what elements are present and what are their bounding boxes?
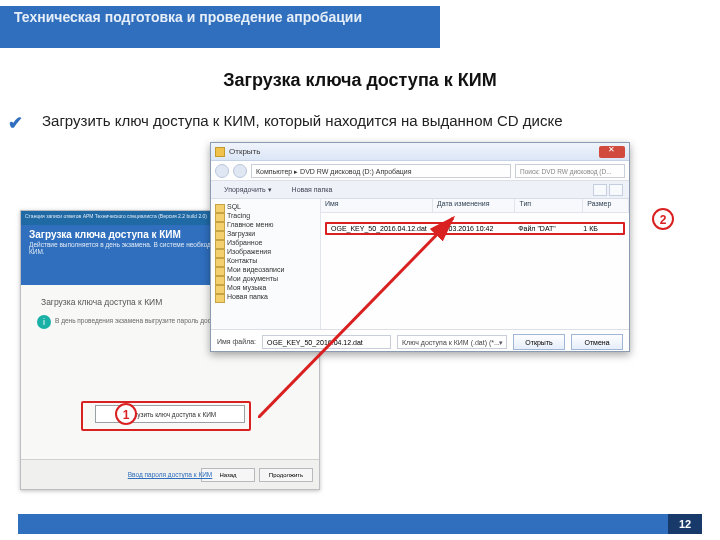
tree-item[interactable]: Главное меню	[211, 220, 320, 229]
col-date[interactable]: Дата изменения	[433, 199, 516, 212]
dialog-titlebar: Открыть	[211, 143, 629, 161]
filename-label: Имя файла:	[217, 338, 256, 345]
close-icon[interactable]	[599, 146, 625, 158]
highlight-box-1	[81, 401, 251, 431]
help-icon[interactable]	[609, 184, 623, 196]
folder-tree[interactable]: SQL Tracing Главное меню Загрузки Избран…	[211, 199, 321, 329]
dialog-address-bar: Компьютер ▸ DVD RW дисковод (D:) Апробац…	[211, 161, 629, 181]
nav-back-icon[interactable]	[215, 164, 229, 178]
tree-item[interactable]: Избранное	[211, 238, 320, 247]
dialog-title: Открыть	[229, 147, 260, 156]
tree-item[interactable]: Контакты	[211, 256, 320, 265]
slide-headline: Загрузка ключа доступа к КИМ	[0, 70, 720, 91]
folder-icon	[215, 147, 225, 157]
file-name-cell: OGE_KEY_50_2016.04.12.dat	[327, 225, 435, 232]
open-button[interactable]: Открыть	[513, 334, 565, 350]
file-open-dialog: Открыть Компьютер ▸ DVD RW дисковод (D:)…	[210, 142, 630, 352]
organize-menu[interactable]: Упорядочить ▾	[217, 184, 279, 196]
dialog-bottom: Имя файла: OGE_KEY_50_2016.04.12.dat Клю…	[211, 329, 629, 353]
cancel-button[interactable]: Отмена	[571, 334, 623, 350]
step-dot-icon: i	[37, 315, 51, 329]
station-continue-button[interactable]: Продолжить	[259, 468, 313, 482]
search-input[interactable]: Поиск: DVD RW дисковод (D...	[515, 164, 625, 178]
dialog-toolbar: Упорядочить ▾ Новая папка	[211, 181, 629, 199]
page-number: 12	[668, 514, 702, 534]
tree-item[interactable]: SQL	[211, 202, 320, 211]
tree-item[interactable]: Tracing	[211, 211, 320, 220]
bottom-bar	[18, 514, 702, 534]
tree-item[interactable]: Мои документы	[211, 274, 320, 283]
tree-item[interactable]: Загрузки	[211, 229, 320, 238]
station-footer: Ввод пароля доступа к КИМ Назад Продолжи…	[21, 459, 319, 489]
file-list-header: Имя Дата изменения Тип Размер	[321, 199, 629, 213]
file-date-cell: 30.03.2016 10:42	[435, 225, 514, 232]
station-footer-link[interactable]: Ввод пароля доступа к КИМ	[128, 471, 213, 478]
filetype-select[interactable]: Ключ доступа к КИМ (.dat) (*...	[397, 335, 507, 349]
slide-ribbon: Техническая подготовка и проведение апро…	[0, 6, 440, 48]
file-type-cell: Файл "DAT"	[514, 225, 579, 232]
view-icon[interactable]	[593, 184, 607, 196]
col-type[interactable]: Тип	[515, 199, 583, 212]
address-path[interactable]: Компьютер ▸ DVD RW дисковод (D:) Апробац…	[251, 164, 511, 178]
tree-item[interactable]: Моя музыка	[211, 283, 320, 292]
file-list: Имя Дата изменения Тип Размер OGE_KEY_50…	[321, 199, 629, 329]
filename-input[interactable]: OGE_KEY_50_2016.04.12.dat	[262, 335, 391, 349]
tree-item[interactable]: Изображения	[211, 247, 320, 256]
tree-item[interactable]: Новая папка	[211, 292, 320, 301]
file-size-cell: 1 КБ	[579, 225, 623, 232]
callout-1: 1	[115, 403, 137, 425]
col-size[interactable]: Размер	[583, 199, 629, 212]
tree-item[interactable]: Мои видеозаписи	[211, 265, 320, 274]
bullet-text: Загрузить ключ доступа к КИМ, который на…	[20, 112, 690, 129]
callout-2: 2	[652, 208, 674, 230]
nav-forward-icon[interactable]	[233, 164, 247, 178]
col-name[interactable]: Имя	[321, 199, 433, 212]
file-row[interactable]: OGE_KEY_50_2016.04.12.dat 30.03.2016 10:…	[325, 222, 625, 235]
new-folder-button[interactable]: Новая папка	[285, 184, 340, 195]
